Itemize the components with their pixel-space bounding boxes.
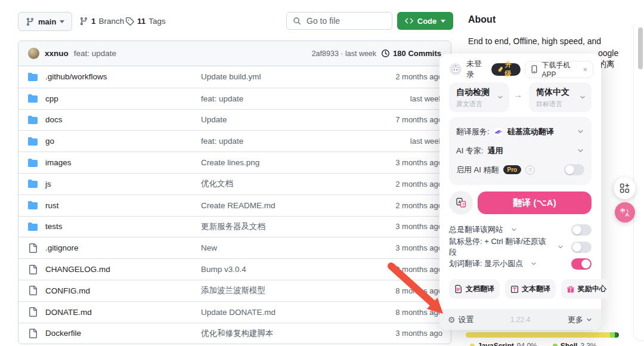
commit-message-link[interactable]: feat: update [201,94,372,103]
translate-floating-button[interactable]: 中A [615,202,635,223]
language-legend-item[interactable]: Shell 3.3% [553,342,597,346]
translate-zh-a-icon: 中A [619,206,631,218]
text-translate-button[interactable]: 文本翻译 [505,279,556,299]
mini-apps-floating-button[interactable] [614,177,636,199]
source-language-select[interactable]: 自动检测 原文语言 [449,82,509,112]
popup-footer: ⚙ 设置 1.22.4 更多 [439,309,601,330]
table-row[interactable]: go feat: update last week [18,130,451,152]
commit-message[interactable]: feat: update [74,49,116,58]
commit-message-link[interactable]: Bump v3.0.4 [201,265,372,274]
chevron-down-icon [586,316,593,323]
more-button[interactable]: 更多 [568,314,593,325]
tags-label: Tags [148,17,166,26]
table-row[interactable]: DONATE.md Update DONATE.md 8 months ago [18,301,451,323]
table-row[interactable]: CHANGELOG.md Bump v3.0.4 2 months ago [18,258,451,280]
file-name-link[interactable]: rust [45,201,59,210]
source-language-caption: 原文语言 [456,100,502,109]
commit-message-link[interactable]: Update build.yml [201,72,372,81]
code-button[interactable]: Code [397,12,453,30]
commit-date: 8 months ago [372,308,442,317]
always-translate-toggle[interactable] [571,224,592,236]
search-input[interactable] [305,16,379,26]
file-name-link[interactable]: docs [45,115,63,124]
toggle-label: 划词翻译: 显示小圆点 [449,258,523,269]
current-branch-label: main [38,17,56,26]
go-to-file-search[interactable] [286,12,392,30]
help-icon[interactable]: ? [525,165,535,175]
file-name-link[interactable]: CONFIG.md [45,286,90,295]
file-name-link[interactable]: tests [45,222,63,231]
commit-message-link[interactable]: Create lines.png [201,158,372,167]
file-name-link[interactable]: images [45,158,72,167]
document-translate-button[interactable]: 文档翻译 [449,279,500,299]
word-selection-toggle[interactable] [571,258,592,270]
upgrade-button[interactable]: 升级 [491,63,521,76]
file-name-link[interactable]: DONATE.md [45,308,92,317]
commit-sha-time[interactable]: 2af8933 · last week [312,50,376,58]
tags-count: 11 [137,17,145,26]
author-avatar[interactable] [28,48,39,59]
file-table: xxnuo feat: update 2af8933 · last week 1… [18,41,451,344]
table-row[interactable]: .gitignore New 3 months ago [18,237,451,258]
language-percent: 94.0% [517,342,537,346]
file-name-link[interactable]: .gitignore [45,243,79,252]
table-row[interactable]: CONFIG.md 添加波兰波斯模型 8 months ago [18,280,451,301]
chevron-down-icon[interactable] [557,243,564,251]
table-row[interactable]: images Create lines.png 3 months ago [18,152,451,173]
code-icon [405,17,413,25]
table-row[interactable]: cpp feat: update last week [18,88,451,109]
file-name-link[interactable]: go [45,137,54,146]
search-icon [293,17,301,25]
file-name-link[interactable]: .github/workflows [45,72,107,81]
commit-message-link[interactable]: Update [201,115,372,124]
file-name-link[interactable]: js [45,180,51,189]
table-row[interactable]: tests 更新服务器及文档 3 months ago [18,216,451,237]
tags-link[interactable]: 11 Tags [125,12,166,30]
ai-expert-select[interactable]: AI 专家: 通用 [456,146,584,156]
branches-link[interactable]: 1 Branch [79,12,124,30]
language-bar-segment [610,332,615,338]
table-row[interactable]: docs Update 7 months ago [18,109,451,131]
close-icon[interactable]: × [583,65,587,74]
download-app-banner[interactable]: 下载手机 APP × [525,61,593,78]
file-name-link[interactable]: Dockerfile [45,329,81,338]
table-row[interactable]: js 优化文档 2 months ago [18,173,451,194]
translate-button[interactable]: 翻译 (⌥A) [478,191,592,214]
chevron-down-icon[interactable] [530,260,537,267]
target-language-select[interactable]: 简体中文 目标语言 [529,82,592,112]
more-label: 更多 [568,314,583,325]
commit-message-link[interactable]: 添加波兰波斯模型 [201,285,372,296]
history-clock-icon [381,49,390,58]
commit-author[interactable]: xxnuo [45,49,69,58]
text-translate-label: 文本翻译 [522,284,550,294]
table-row[interactable]: .github/workflows Update build.yml 2 mon… [18,66,451,88]
file-name-link[interactable]: CHANGELOG.md [45,265,110,274]
latest-commit-bar[interactable]: xxnuo feat: update 2af8933 · last week 1… [18,41,451,66]
hover-translate-toggle[interactable] [571,242,592,253]
translation-service-select[interactable]: 翻译服务: 硅基流动翻译 [456,126,584,137]
ai-refine-toggle[interactable] [564,164,584,175]
table-row[interactable]: rust Create README.md 2 months ago [18,194,451,216]
source-language-value: 自动检测 [456,87,502,98]
chevron-down-icon[interactable] [510,226,518,233]
scrollbar-thumb[interactable] [638,27,643,69]
table-row[interactable]: Dockerfile 优化和修复构建脚本 3 months ago [18,323,451,344]
commit-message-link[interactable]: 更新服务器及文档 [201,221,372,232]
rewards-center-button[interactable]: 奖励中心 [561,279,612,299]
commit-message-link[interactable]: 优化和修复构建脚本 [201,328,372,339]
commit-message-link[interactable]: 优化文档 [201,178,372,189]
commit-message-link[interactable]: Update DONATE.md [201,308,372,317]
login-status[interactable]: 未登录 [466,58,487,80]
toggle-label: 总是翻译该网站 [449,224,503,235]
commit-message-link[interactable]: feat: update [201,137,372,146]
page-translate-mode-button[interactable]: A文 [449,191,473,215]
mascot-avatar-icon[interactable] [449,63,462,76]
branch-selector-button[interactable]: main [18,12,72,31]
folder-icon [28,94,38,103]
language-legend-item[interactable]: JavaScript 94.0% [470,342,537,346]
commit-message-link[interactable]: New [201,243,372,252]
commit-date: 3 months ago [372,222,442,231]
commit-message-link[interactable]: Create README.md [201,201,372,210]
commits-history-link[interactable]: 180 Commits [381,49,441,58]
file-name-link[interactable]: cpp [45,94,58,103]
